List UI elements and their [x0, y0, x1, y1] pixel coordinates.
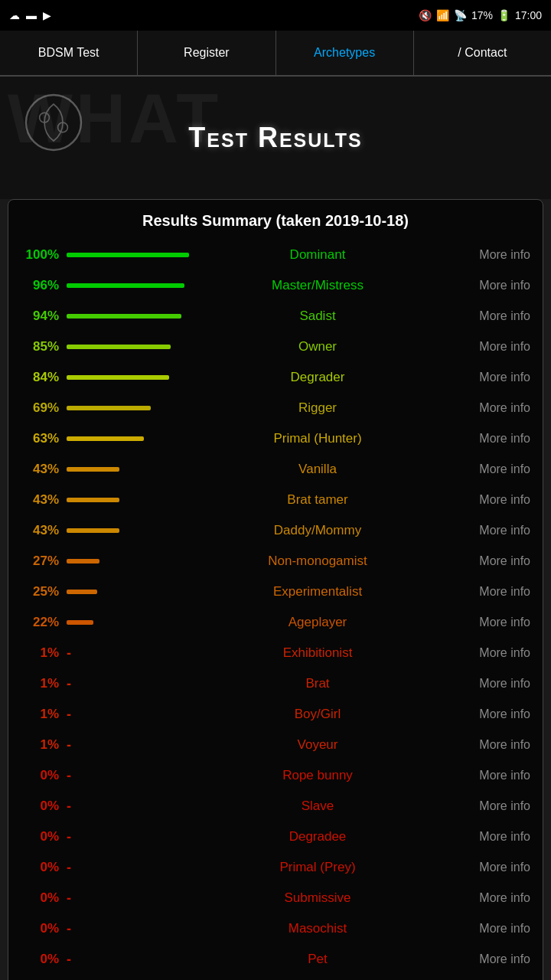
table-row: 0%-SubmissiveMore info [21, 885, 530, 911]
result-name: Owner [204, 339, 431, 354]
result-bar-track [67, 559, 197, 564]
result-bar-track [67, 283, 197, 288]
more-info-link[interactable]: More info [431, 554, 530, 568]
status-icons-right: 🔇 📶 📡 17% 🔋 17:00 [419, 9, 542, 21]
nav-bar: BDSM Test Register Archetypes / Contact [0, 31, 551, 77]
more-info-link[interactable]: More info [431, 248, 530, 262]
result-bar-track [67, 620, 197, 625]
result-bar-track [67, 375, 197, 380]
result-name: Slave [204, 799, 431, 814]
result-percentage: 0% [21, 952, 67, 967]
result-bar-container: - [67, 737, 204, 753]
more-info-link[interactable]: More info [431, 830, 530, 844]
more-info-link[interactable]: More info [431, 922, 530, 936]
table-row: 0%-PetMore info [21, 946, 530, 972]
result-bar-container [67, 283, 204, 288]
more-info-link[interactable]: More info [431, 677, 530, 691]
result-bar-dash: - [67, 829, 71, 844]
status-bar: ☁ ▬ ▶ 🔇 📶 📡 17% 🔋 17:00 [0, 0, 551, 31]
more-info-link[interactable]: More info [431, 524, 530, 537]
table-row: 25%ExperimentalistMore info [21, 579, 530, 605]
more-info-link[interactable]: More info [431, 707, 530, 721]
result-bar-fill [67, 467, 119, 472]
table-row: 0%-Rope bunnyMore info [21, 763, 530, 789]
result-bar-track [67, 253, 197, 257]
more-info-link[interactable]: More info [431, 891, 530, 905]
more-info-link[interactable]: More info [431, 646, 530, 660]
svg-point-0 [26, 95, 81, 150]
result-name: Degrader [204, 370, 431, 385]
nav-bdsm-test[interactable]: BDSM Test [0, 31, 138, 75]
table-row: 0%-Primal (Prey)More info [21, 854, 530, 880]
result-bar-container: - [67, 707, 204, 723]
result-percentage: 0% [21, 829, 67, 844]
result-percentage: 0% [21, 768, 67, 783]
result-bar-fill [67, 406, 151, 410]
result-name: Non-monogamist [204, 554, 431, 569]
more-info-link[interactable]: More info [431, 462, 530, 476]
signal-icon: 📡 [454, 9, 467, 21]
more-info-link[interactable]: More info [431, 769, 530, 782]
result-percentage: 85% [21, 339, 67, 354]
more-info-link[interactable]: More info [431, 309, 530, 323]
more-info-link[interactable]: More info [431, 585, 530, 599]
result-bar-container: - [67, 952, 204, 968]
result-bar-container [67, 528, 204, 533]
result-bar-fill [67, 375, 169, 380]
more-info-link[interactable]: More info [431, 401, 530, 415]
result-bar-fill [67, 559, 99, 564]
result-bar-dash: - [67, 799, 71, 814]
result-bar-track [67, 345, 197, 349]
result-bar-container: - [67, 921, 204, 937]
more-info-link[interactable]: More info [431, 799, 530, 813]
table-row: 96%Master/MistressMore info [21, 273, 530, 299]
nav-archetypes[interactable]: Archetypes [276, 31, 414, 75]
result-bar-fill [67, 436, 144, 441]
table-row: 94%SadistMore info [21, 303, 530, 329]
more-info-link[interactable]: More info [431, 616, 530, 629]
result-name: Primal (Hunter) [204, 431, 431, 446]
result-percentage: 1% [21, 737, 67, 753]
result-bar-dash: - [67, 921, 71, 936]
more-info-link[interactable]: More info [431, 340, 530, 354]
page-title: Test Results [188, 122, 362, 154]
result-bar-container [67, 345, 204, 349]
result-bar-fill [67, 283, 184, 288]
results-container: Results Summary (taken 2019-10-18) 100%D… [8, 199, 543, 980]
result-bar-track [67, 467, 197, 472]
hero-logo [23, 92, 84, 153]
result-percentage: 43% [21, 523, 67, 538]
more-info-link[interactable]: More info [431, 861, 530, 874]
more-info-link[interactable]: More info [431, 371, 530, 384]
result-percentage: 43% [21, 492, 67, 508]
nav-register[interactable]: Register [138, 31, 276, 75]
result-percentage: 1% [21, 707, 67, 722]
result-percentage: 22% [21, 615, 67, 630]
table-row: 0%-SlaveMore info [21, 793, 530, 819]
result-bar-container [67, 498, 204, 502]
table-row: 43%VanillaMore info [21, 456, 530, 482]
more-info-link[interactable]: More info [431, 279, 530, 292]
result-percentage: 25% [21, 584, 67, 599]
nav-contact[interactable]: / Contact [414, 31, 551, 75]
result-bar-track [67, 406, 197, 410]
result-bar-track [67, 590, 197, 594]
more-info-link[interactable]: More info [431, 738, 530, 752]
result-name: Voyeur [204, 737, 431, 753]
more-info-link[interactable]: More info [431, 952, 530, 966]
result-bar-container [67, 375, 204, 380]
status-icons-left: ☁ ▬ ▶ [9, 9, 51, 21]
table-row: 43%Brat tamerMore info [21, 487, 530, 513]
result-name: Pet [204, 952, 431, 967]
more-info-link[interactable]: More info [431, 493, 530, 507]
hero-section: WHAT Test Results [0, 77, 551, 199]
result-bar-container [67, 559, 204, 564]
more-info-link[interactable]: More info [431, 432, 530, 446]
result-bar-container: - [67, 645, 204, 662]
result-bar-container: - [67, 676, 204, 692]
result-percentage: 43% [21, 462, 67, 477]
result-percentage: 69% [21, 400, 67, 416]
results-summary-title: Results Summary (taken 2019-10-18) [21, 212, 530, 230]
result-bar-dash: - [67, 676, 71, 691]
calendar-icon: ▬ [26, 9, 37, 21]
